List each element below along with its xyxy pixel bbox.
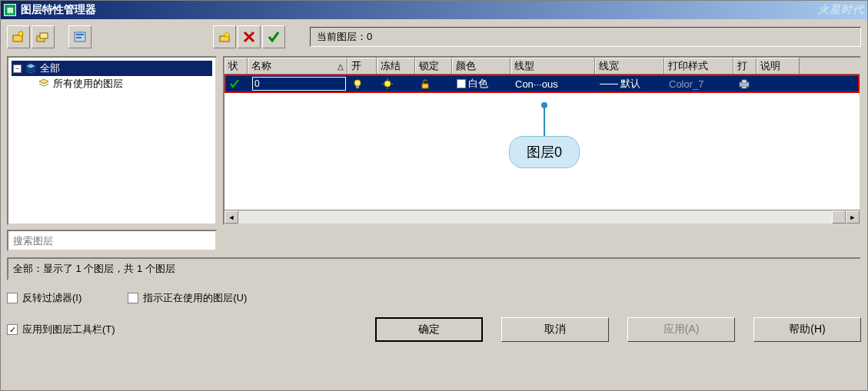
- header-lock[interactable]: 锁定: [415, 58, 452, 74]
- cell-freeze[interactable]: [378, 78, 417, 90]
- layer-name-input[interactable]: [252, 77, 346, 91]
- current-layer-label: 当前图层：0: [317, 30, 372, 44]
- lineweight-preview: [600, 84, 618, 84]
- svg-point-8: [354, 80, 361, 86]
- tree-used-label: 所有使用的图层: [53, 77, 123, 91]
- svg-rect-17: [742, 80, 747, 83]
- lineweight-label: 默认: [620, 77, 640, 91]
- svg-rect-3: [40, 33, 48, 38]
- tree-root-all[interactable]: − 全部: [12, 61, 212, 76]
- cancel-button[interactable]: 取消: [501, 317, 609, 342]
- help-button[interactable]: 帮助(H): [753, 317, 861, 342]
- layers-used-icon: [38, 78, 50, 90]
- cell-on[interactable]: [349, 78, 378, 89]
- tree-used-layers[interactable]: 所有使用的图层: [36, 76, 212, 91]
- svg-point-10: [384, 81, 391, 87]
- invert-label: 反转过滤器(I): [22, 291, 81, 305]
- delete-layer-button[interactable]: [238, 25, 261, 48]
- cell-lineweight[interactable]: 默认: [597, 77, 666, 91]
- scroll-track[interactable]: [238, 210, 832, 224]
- color-swatch: [457, 79, 466, 88]
- printer-icon: [738, 78, 750, 89]
- header-on[interactable]: 开: [348, 58, 377, 74]
- expand-icon[interactable]: −: [13, 65, 22, 73]
- header-name[interactable]: 名称△: [248, 58, 348, 74]
- layer-grid[interactable]: 状 名称△ 开 冻结 锁定 颜色 线型 线宽 打印样式 打 说明: [223, 56, 861, 225]
- new-layer-button[interactable]: [213, 25, 236, 48]
- apply-toolbar-checkbox[interactable]: ✓ 应用到图层工具栏(T): [7, 323, 115, 336]
- layer-states-button[interactable]: [68, 25, 91, 48]
- header-freeze[interactable]: 冻结: [377, 58, 415, 74]
- apply-button[interactable]: 应用(A): [627, 317, 735, 342]
- indicate-used-checkbox[interactable]: 指示正在使用的图层(U): [128, 291, 247, 305]
- cell-plotstyle[interactable]: Color_7: [666, 78, 735, 90]
- bulb-on-icon: [352, 78, 363, 89]
- scroll-thumb[interactable]: [832, 210, 846, 224]
- cell-color[interactable]: 白色: [454, 77, 512, 91]
- svg-rect-9: [356, 86, 359, 88]
- unlock-icon: [420, 78, 431, 89]
- new-layer-filter-button[interactable]: [7, 25, 30, 48]
- cell-status[interactable]: [226, 78, 249, 89]
- layer-row-0[interactable]: 白色 Con···ous 默认 Color_7: [224, 75, 860, 93]
- header-lineweight[interactable]: 线宽: [595, 58, 664, 74]
- header-color[interactable]: 颜色: [452, 58, 510, 74]
- status-line: 全部：显示了 1 个图层，共 1 个图层: [7, 257, 861, 280]
- sun-icon: [381, 78, 394, 90]
- color-name: 白色: [468, 77, 488, 91]
- app-icon: ▤: [4, 4, 16, 16]
- current-layer-display: 当前图层：0: [310, 27, 861, 47]
- grid-header: 状 名称△ 开 冻结 锁定 颜色 线型 线宽 打印样式 打 说明: [224, 58, 860, 75]
- filter-tree[interactable]: − 全部 所有使用的图层: [7, 56, 217, 225]
- ok-button[interactable]: 确定: [375, 317, 483, 342]
- layers-icon: [25, 62, 37, 75]
- header-desc[interactable]: 说明: [757, 58, 800, 74]
- cell-name[interactable]: [249, 77, 349, 91]
- tree-root-label: 全部: [40, 61, 60, 75]
- header-plot[interactable]: 打: [733, 58, 757, 74]
- title-bar: ▤ 图层特性管理器 火星时代: [1, 1, 867, 19]
- checkbox-icon: [128, 293, 138, 303]
- apply-toolbar-label: 应用到图层工具栏(T): [22, 323, 115, 336]
- watermark: 火星时代: [818, 3, 864, 17]
- svg-rect-18: [742, 86, 747, 88]
- svg-rect-6: [76, 37, 81, 38]
- checkbox-icon: ✓: [7, 324, 18, 335]
- horizontal-scrollbar[interactable]: ◄ ►: [224, 210, 860, 224]
- cell-lock[interactable]: [417, 78, 454, 89]
- set-current-button[interactable]: [262, 25, 285, 48]
- cell-linetype[interactable]: Con···ous: [512, 78, 597, 90]
- svg-rect-5: [76, 34, 84, 35]
- new-group-filter-button[interactable]: [32, 25, 55, 48]
- invert-filter-checkbox[interactable]: 反转过滤器(I): [7, 291, 81, 305]
- search-input[interactable]: [7, 230, 217, 251]
- callout-label: 图层0: [509, 136, 580, 168]
- header-plotstyle[interactable]: 打印样式: [664, 58, 733, 74]
- scroll-left-button[interactable]: ◄: [224, 210, 238, 224]
- scroll-right-button[interactable]: ►: [846, 210, 860, 224]
- indicate-used-label: 指示正在使用的图层(U): [143, 291, 247, 305]
- header-status[interactable]: 状: [224, 58, 248, 74]
- checkbox-icon: [7, 293, 18, 303]
- current-check-icon: [229, 78, 240, 89]
- annotation-callout: 图层0: [509, 105, 580, 168]
- cell-plot[interactable]: [735, 78, 758, 89]
- svg-rect-15: [422, 84, 428, 88]
- svg-point-1: [18, 31, 23, 36]
- header-linetype[interactable]: 线型: [510, 58, 595, 74]
- window-title: 图层特性管理器: [21, 3, 818, 17]
